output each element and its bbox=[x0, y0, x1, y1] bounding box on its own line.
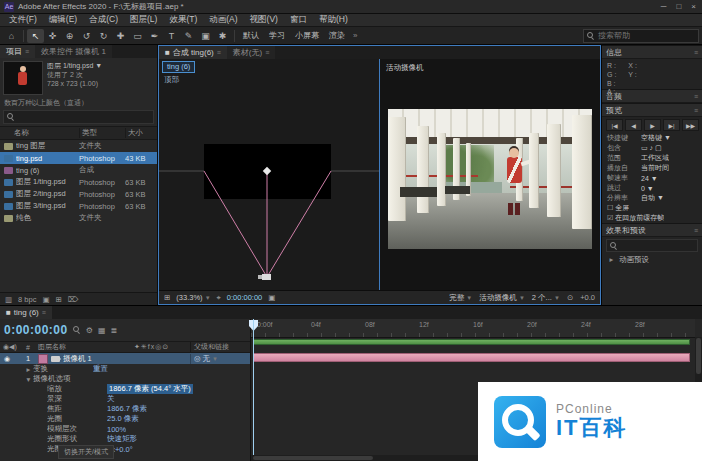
panel-menu-icon[interactable]: ≡ bbox=[694, 227, 698, 234]
camera-layer-duration-bar[interactable] bbox=[253, 353, 690, 362]
timeline-search-icon[interactable] bbox=[73, 326, 81, 334]
tab-timeline-comp[interactable]: ■ ting (6) ≡ bbox=[0, 306, 52, 319]
twirl-icon[interactable]: ▸ bbox=[24, 365, 33, 374]
property-row-aperture[interactable]: 光圈 25.0 像素 bbox=[0, 414, 250, 424]
tab-composition[interactable]: ■ 合成 ting(6) ≡ bbox=[159, 46, 227, 59]
preview-option-row[interactable]: 帧速率 24 ▼ bbox=[602, 173, 702, 183]
view-layout-dropdown[interactable]: 2 个... ▼ bbox=[532, 293, 560, 303]
menu-item[interactable]: 图层(L) bbox=[124, 14, 163, 26]
region-of-interest-icon[interactable]: ⌖ bbox=[217, 293, 221, 303]
home-tool-icon[interactable]: ⌂ bbox=[3, 29, 20, 43]
project-bit-depth[interactable]: 8 bpc bbox=[18, 295, 36, 304]
menu-item[interactable]: 合成(C) bbox=[83, 14, 124, 26]
preview-option-row[interactable]: 分辨率 自动 ▼ bbox=[602, 193, 702, 203]
panel-menu-icon[interactable]: ≡ bbox=[217, 49, 221, 56]
project-row[interactable]: 图层 3/ting.psd Photoshop 63 KB bbox=[0, 200, 157, 212]
menu-item[interactable]: 动画(A) bbox=[203, 14, 243, 26]
preview-option-row[interactable]: 跳过 0 ▼ bbox=[602, 183, 702, 193]
effects-search-field[interactable] bbox=[606, 239, 698, 252]
panel-menu-icon[interactable]: ≡ bbox=[694, 107, 698, 114]
workspace-overflow-button[interactable]: » bbox=[350, 31, 360, 40]
animation-presets-item[interactable]: ▸ 动画预设 bbox=[602, 254, 702, 265]
audio-panel-header[interactable]: 音频 ≡ bbox=[602, 89, 702, 103]
preview-timecode[interactable]: 0:00:00:00 bbox=[227, 293, 262, 302]
puppet-tool-icon[interactable]: ✱ bbox=[214, 29, 231, 43]
viewer-top-view[interactable]: ting (6) 顶部 bbox=[159, 59, 379, 290]
property-group-row[interactable]: ▸ 变换 重置 bbox=[0, 364, 250, 374]
project-row[interactable]: ting (6) 合成 bbox=[0, 164, 157, 176]
previous-frame-button[interactable]: ◀ bbox=[625, 119, 642, 131]
workspace-tab-learn[interactable]: 学习 bbox=[264, 30, 290, 41]
panel-menu-icon[interactable]: ≡ bbox=[42, 309, 46, 316]
twirl-icon[interactable]: ▾ bbox=[24, 375, 33, 384]
menu-item[interactable]: 视图(V) bbox=[244, 14, 284, 26]
pen-tool-icon[interactable]: ✒ bbox=[146, 29, 163, 43]
property-row-zoom[interactable]: 缩放 1866.7 像素 (54.4° 水平) bbox=[0, 384, 250, 394]
property-row-iris-shape[interactable]: 光圈形状 快速矩形 bbox=[0, 434, 250, 444]
project-row[interactable]: ting 图层 文件夹 bbox=[0, 140, 157, 152]
panel-menu-icon[interactable]: ≡ bbox=[694, 93, 698, 100]
effects-presets-panel-header[interactable]: 效果和预设 ≡ bbox=[602, 223, 702, 237]
property-row-focus-distance[interactable]: 焦距 1866.7 像素 bbox=[0, 404, 250, 414]
menu-item[interactable]: 编辑(E) bbox=[43, 14, 83, 26]
active-camera-dropdown[interactable]: 活动摄像机 ▼ bbox=[479, 293, 525, 303]
play-button[interactable]: ▶ bbox=[644, 119, 661, 131]
current-time-indicator-line[interactable] bbox=[253, 319, 254, 455]
maximize-button[interactable]: □ bbox=[676, 2, 681, 11]
property-row-iris-rotation[interactable]: 光圈旋转 0x+0.0° bbox=[0, 444, 250, 454]
last-frame-button[interactable]: ▶▶ bbox=[682, 119, 699, 131]
workspace-tab-render[interactable]: 渲染 bbox=[324, 30, 350, 41]
parent-link-dropdown[interactable]: ◎ 无 ▼ bbox=[190, 354, 250, 364]
delete-icon[interactable]: ⌦ bbox=[68, 295, 79, 304]
timeline-column-headers[interactable]: ◉◀) # 图层名称 ✦✳fx◎⊙ 父级和链接 bbox=[0, 341, 250, 353]
info-panel-header[interactable]: 信息 ≡ bbox=[602, 45, 702, 59]
project-row[interactable]: 图层 1/ting.psd Photoshop 63 KB bbox=[0, 176, 157, 188]
current-timecode[interactable]: 0:00:00:00 bbox=[4, 323, 68, 337]
orbit-camera-tool-icon[interactable]: ↺ bbox=[78, 29, 95, 43]
exposure-value[interactable]: +0.0 bbox=[580, 293, 595, 302]
pickwhip-icon[interactable]: ◎ bbox=[194, 354, 201, 363]
panel-menu-icon[interactable]: ≡ bbox=[265, 49, 269, 56]
panel-menu-icon[interactable]: ≡ bbox=[694, 49, 698, 56]
text-tool-icon[interactable]: T bbox=[163, 29, 180, 43]
draft-3d-icon[interactable]: ▦ bbox=[98, 326, 106, 335]
property-group-row[interactable]: ▾ 摄像机选项 bbox=[0, 374, 250, 384]
shape-tool-icon[interactable]: ▭ bbox=[129, 29, 146, 43]
clone-stamp-tool-icon[interactable]: ▣ bbox=[197, 29, 214, 43]
toggle-switches-modes-button[interactable]: 切换开关/模式 bbox=[58, 445, 114, 459]
tab-effect-controls[interactable]: 效果控件 摄像机 1 bbox=[35, 45, 112, 58]
search-help-field[interactable]: 搜索帮助 bbox=[583, 29, 699, 43]
cache-checkbox-row[interactable]: ☑ 在回放前缓存帧 bbox=[602, 213, 702, 223]
menu-item[interactable]: 效果(T) bbox=[163, 14, 203, 26]
checkbox-on-icon[interactable]: ☑ bbox=[607, 214, 613, 222]
zoom-tool-icon[interactable]: ⊕ bbox=[61, 29, 78, 43]
project-row[interactable]: 图层 2/ting.psd Photoshop 63 KB bbox=[0, 188, 157, 200]
frame-blend-icon[interactable]: ≣ bbox=[110, 326, 117, 335]
rotation-tool-icon[interactable]: ↻ bbox=[95, 29, 112, 43]
tab-project[interactable]: 项目 ≡ bbox=[0, 45, 35, 58]
menu-item[interactable]: 文件(F) bbox=[3, 14, 43, 26]
pan-behind-tool-icon[interactable]: ✚ bbox=[112, 29, 129, 43]
property-row-depth-of-field[interactable]: 景深 关 bbox=[0, 394, 250, 404]
new-composition-icon[interactable]: ⊞ bbox=[56, 295, 62, 304]
checkbox-off-icon[interactable]: ☐ bbox=[607, 204, 613, 212]
menu-item[interactable]: 窗口 bbox=[284, 14, 313, 26]
workspace-tab-default[interactable]: 默认 bbox=[238, 30, 264, 41]
preview-option-row[interactable]: 播放自 当前时间 bbox=[602, 163, 702, 173]
preview-option-row[interactable]: 快捷键 空格键 ▼ bbox=[602, 133, 702, 143]
next-frame-button[interactable]: ▶| bbox=[663, 119, 680, 131]
magnification-dropdown[interactable]: (33.3%) ▼ bbox=[176, 293, 210, 302]
workspace-tab-small-screen[interactable]: 小屏幕 bbox=[290, 30, 324, 41]
visibility-eye-icon[interactable]: ◉ bbox=[0, 355, 14, 363]
tab-footage[interactable]: 素材(无) ≡ bbox=[227, 46, 275, 59]
fullscreen-checkbox-row[interactable]: ☐ 全屏 bbox=[602, 203, 702, 213]
preview-panel-header[interactable]: 预览 ≡ bbox=[602, 103, 702, 117]
close-button[interactable]: × bbox=[691, 2, 696, 11]
new-folder-icon[interactable]: ▣ bbox=[42, 295, 49, 304]
composition-settings-icon[interactable]: ⚙ bbox=[86, 326, 93, 335]
work-area-bar[interactable] bbox=[253, 339, 690, 345]
panel-menu-icon[interactable]: ≡ bbox=[25, 48, 29, 55]
time-ruler[interactable]: 0:00f 04f 08f 12f 16f 20f 24f 28f bbox=[251, 319, 695, 338]
interpret-footage-icon[interactable]: ▥ bbox=[5, 295, 12, 304]
resolution-dropdown[interactable]: 完整 ▼ bbox=[449, 293, 472, 303]
